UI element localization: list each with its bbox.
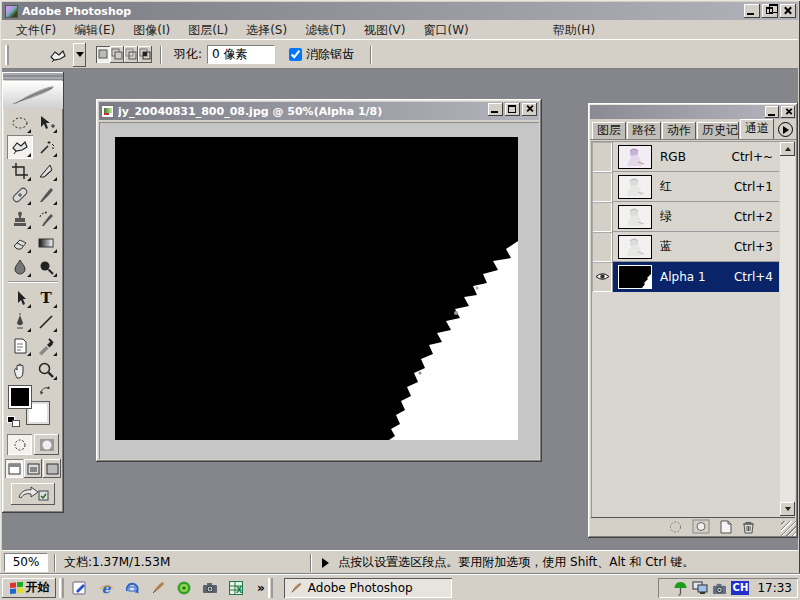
rgb-visibility-toggle[interactable] <box>592 142 613 172</box>
standard-mode-button[interactable] <box>7 434 32 455</box>
antialias-checkbox[interactable] <box>289 48 302 61</box>
tool-hand[interactable] <box>7 358 33 382</box>
doc-maximize-button[interactable] <box>505 103 520 116</box>
tray-clock[interactable]: 17:33 <box>757 581 792 595</box>
selection-mode-subtract-button[interactable] <box>124 46 138 63</box>
tool-type[interactable]: T <box>33 286 59 310</box>
tool-eyedropper[interactable] <box>33 334 59 358</box>
options-bar-grip[interactable] <box>5 45 9 65</box>
tool-zoom[interactable] <box>33 358 59 382</box>
tool-history-brush[interactable] <box>33 207 59 231</box>
selection-mode-add-button[interactable] <box>110 46 124 63</box>
status-menu-arrow-icon[interactable] <box>322 558 329 568</box>
tool-gradient[interactable] <box>33 231 59 255</box>
ime-indicator[interactable]: CH <box>731 581 749 595</box>
quick-launch-overflow[interactable]: » <box>257 581 265 595</box>
photoshop-feather-logo[interactable] <box>3 81 63 109</box>
green-visibility-toggle[interactable] <box>592 202 613 232</box>
close-button[interactable] <box>780 4 796 18</box>
internet-explorer-icon[interactable]: e <box>97 579 114 596</box>
tray-camera-icon[interactable] <box>712 582 727 595</box>
scroll-up-button[interactable] <box>780 142 795 156</box>
delete-channel-icon[interactable] <box>742 520 755 534</box>
network-monitors-icon[interactable] <box>692 581 708 595</box>
excel-icon[interactable]: X <box>227 579 244 596</box>
menu-help[interactable]: 帮助(H) <box>544 21 604 39</box>
canvas[interactable] <box>115 137 518 440</box>
tool-blur[interactable] <box>7 255 33 279</box>
fullscreen-menubar-mode-button[interactable] <box>24 459 42 478</box>
tool-notes[interactable] <box>7 334 33 358</box>
palette-minimize-button[interactable] <box>765 106 779 118</box>
tool-move[interactable] <box>33 111 59 135</box>
green-player-icon[interactable] <box>175 579 192 596</box>
palette-close-button[interactable] <box>781 106 795 118</box>
doc-close-button[interactable] <box>522 103 537 116</box>
foreground-color-swatch[interactable] <box>9 386 31 408</box>
save-selection-icon[interactable] <box>692 519 710 534</box>
tool-marquee[interactable] <box>7 111 33 135</box>
palette-resize-grip[interactable] <box>781 521 796 536</box>
blue-visibility-toggle[interactable] <box>592 232 613 262</box>
zoom-level-field[interactable]: 50% <box>4 553 48 572</box>
camera-viewer-icon[interactable] <box>201 579 218 596</box>
tab-paths[interactable]: 路径 <box>627 122 661 139</box>
menu-image[interactable]: 图像(I) <box>124 21 179 39</box>
selection-mode-new-button[interactable] <box>96 46 110 63</box>
feather-input[interactable] <box>207 45 275 64</box>
document-titlebar[interactable]: jy_20040831_800_08.jpg @ 50%(Alpha 1/8) <box>99 102 539 120</box>
tool-eraser[interactable] <box>7 231 33 255</box>
task-button-photoshop[interactable]: Adobe Photoshop <box>284 578 452 598</box>
palette-menu-button[interactable] <box>778 122 793 137</box>
tool-lasso[interactable] <box>7 135 33 159</box>
tab-actions[interactable]: 动作 <box>662 122 696 139</box>
tab-layers[interactable]: 图层 <box>592 122 626 139</box>
tool-preset-dropdown[interactable] <box>73 43 86 67</box>
new-channel-icon[interactable] <box>719 520 733 534</box>
channel-row-red[interactable]: 红 Ctrl+1 <box>592 172 779 202</box>
start-button[interactable]: 开始 <box>2 578 56 598</box>
standard-screen-mode-button[interactable] <box>5 459 23 478</box>
doc-minimize-button[interactable] <box>488 103 503 116</box>
menu-window[interactable]: 窗口(W) <box>414 21 477 39</box>
tool-preset-picker[interactable] <box>43 43 86 67</box>
minimize-button[interactable] <box>744 4 760 18</box>
channel-row-rgb[interactable]: RGB Ctrl+~ <box>592 142 779 172</box>
tool-crop[interactable] <box>7 159 33 183</box>
alpha1-visibility-toggle[interactable] <box>592 262 613 292</box>
jump-to-imageready-button[interactable] <box>11 483 55 505</box>
tool-pen[interactable] <box>7 310 33 334</box>
default-colors-icon[interactable] <box>7 416 21 428</box>
show-desktop-icon[interactable] <box>71 579 88 596</box>
tool-magic-wand[interactable] <box>33 135 59 159</box>
fullscreen-mode-button[interactable] <box>43 459 61 478</box>
channel-row-blue[interactable]: 蓝 Ctrl+3 <box>592 232 779 262</box>
outlook-express-icon[interactable] <box>123 579 140 596</box>
toolbox-grab-bar[interactable] <box>3 73 63 80</box>
palette-scrollbar[interactable] <box>780 142 795 516</box>
channel-row-alpha1[interactable]: Alpha 1 Ctrl+4 <box>592 262 779 292</box>
menu-file[interactable]: 文件(F) <box>7 21 65 39</box>
quick-mask-mode-button[interactable] <box>34 434 59 455</box>
selection-mode-intersect-button[interactable] <box>138 46 152 63</box>
tool-line[interactable] <box>33 310 59 334</box>
menu-select[interactable]: 选择(S) <box>237 21 296 39</box>
channel-row-green[interactable]: 绿 Ctrl+2 <box>592 202 779 232</box>
menu-filter[interactable]: 滤镜(T) <box>296 21 355 39</box>
tool-brush[interactable] <box>33 183 59 207</box>
red-visibility-toggle[interactable] <box>592 172 613 202</box>
app-titlebar[interactable]: Adobe Photoshop <box>2 2 798 20</box>
photoshop-quicklaunch-icon[interactable] <box>149 579 166 596</box>
restore-button[interactable] <box>762 4 778 18</box>
swap-colors-icon[interactable] <box>38 385 52 398</box>
load-selection-icon[interactable] <box>668 520 683 534</box>
scroll-down-button[interactable] <box>780 502 795 516</box>
tool-dodge[interactable] <box>33 255 59 279</box>
menu-layer[interactable]: 图层(L) <box>179 21 237 39</box>
palette-titlebar[interactable] <box>590 105 796 119</box>
tab-history[interactable]: 历史记 <box>697 122 739 139</box>
menu-edit[interactable]: 编辑(E) <box>65 21 124 39</box>
tool-clone-stamp[interactable] <box>7 207 33 231</box>
tool-slice[interactable] <box>33 159 59 183</box>
tool-healing-brush[interactable] <box>7 183 33 207</box>
